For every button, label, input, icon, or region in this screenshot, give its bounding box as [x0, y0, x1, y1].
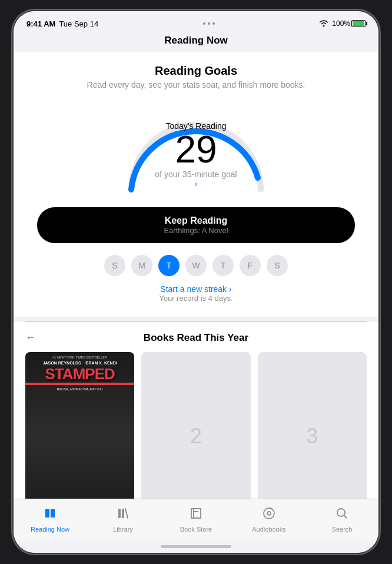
battery-icon [351, 20, 366, 27]
status-bar: 9:41 AM Tue Sep 14 100% [14, 11, 378, 32]
tab-item-library[interactable]: Library [87, 499, 160, 540]
reading-now-icon [43, 506, 57, 524]
tab-bar: Reading NowLibraryBook StoreAudiobooksSe… [14, 499, 378, 540]
nav-bar: Reading Now [14, 32, 378, 52]
book-store-icon [189, 506, 203, 524]
tab-item-reading-now[interactable]: Reading Now [14, 499, 87, 540]
day-circle-W-3: W [185, 255, 207, 276]
tab-item-book-store[interactable]: Book Store [160, 499, 232, 540]
day-circle-S-0: S [104, 255, 125, 276]
status-time: 9:41 AM [26, 19, 55, 28]
audiobooks-icon [262, 506, 276, 524]
gauge-goal-text: of your 35-minute goal › [155, 170, 237, 188]
tab-item-audiobooks[interactable]: Audiobooks [232, 499, 305, 540]
battery-percent: 100% [332, 19, 350, 28]
gauge-center: Today's Reading 29 of your 35-minute goa… [155, 121, 237, 188]
home-bar [161, 545, 231, 548]
day-tracker: SMTWTFS [25, 255, 367, 276]
goals-card: Reading Goals Read every day, see your s… [14, 52, 378, 317]
streak-record: Your record is 4 days. [25, 294, 367, 303]
svg-point-3 [267, 512, 271, 515]
nav-title: Reading Now [164, 35, 228, 46]
books-header: ← Books Read This Year [14, 331, 378, 344]
stamped-authors: JASON REYNOLDS IBRAM X. KENDI [29, 361, 131, 365]
svg-rect-0 [118, 509, 121, 518]
stamped-red-bar [25, 383, 134, 385]
keep-reading-button[interactable]: Keep Reading Earthlings: A Novel [37, 207, 355, 243]
book-slot-2[interactable]: 2 [141, 352, 250, 499]
book-slot-3[interactable]: 3 [258, 352, 367, 499]
goals-subtitle: Read every day, see your stats soar, and… [25, 80, 367, 89]
keep-reading-book: Earthlings: A Novel [49, 226, 343, 235]
day-circle-M-1: M [131, 255, 152, 276]
keep-reading-label: Keep Reading [49, 215, 343, 226]
gauge-container: Today's Reading 29 of your 35-minute goa… [114, 101, 278, 195]
battery: 100% [332, 19, 366, 28]
svg-point-4 [337, 509, 345, 516]
search-icon [335, 506, 349, 524]
book-slot-1[interactable]: #1 NEW YORK TIMES BESTSELLER JASON REYNO… [25, 352, 134, 499]
day-circle-T-4: T [212, 255, 234, 276]
battery-fill [353, 21, 364, 26]
status-dots [203, 22, 215, 25]
dot2 [208, 22, 210, 25]
stamped-top-text: #1 NEW YORK TIMES BESTSELLER [29, 356, 131, 360]
library-icon [116, 506, 130, 524]
streak-info: Start a new streak › Your record is 4 da… [25, 284, 367, 303]
day-circle-S-6: S [267, 255, 288, 276]
day-circle-T-2: T [158, 255, 180, 276]
book-placeholder-2: 2 [141, 352, 250, 499]
books-section-title: Books Read This Year [43, 332, 349, 344]
search-label: Search [332, 526, 353, 533]
tab-item-search[interactable]: Search [305, 499, 378, 540]
reading-now-label: Reading Now [31, 526, 69, 533]
home-indicator [14, 540, 378, 553]
dot3 [212, 22, 215, 25]
svg-rect-1 [122, 509, 124, 518]
book-store-label: Book Store [180, 526, 212, 533]
status-date: Tue Sep 14 [59, 19, 98, 28]
library-label: Library [113, 526, 133, 533]
back-arrow-icon[interactable]: ← [25, 331, 36, 344]
stamped-cover: #1 NEW YORK TIMES BESTSELLER JASON REYNO… [25, 352, 134, 499]
day-circle-F-5: F [240, 255, 261, 276]
book-placeholder-3: 3 [258, 352, 367, 499]
audiobooks-label: Audiobooks [252, 526, 286, 533]
device-frame: 9:41 AM Tue Sep 14 100% [14, 11, 378, 553]
goals-title: Reading Goals [25, 64, 367, 78]
gauge-goal-arrow[interactable]: › [195, 179, 198, 188]
stamped-sub: RACISM, ANTIRACISM, AND YOU [29, 387, 131, 391]
streak-link[interactable]: Start a new streak › [25, 284, 367, 294]
dot1 [203, 22, 205, 25]
status-right: 100% [319, 19, 366, 28]
wifi-icon [319, 19, 328, 28]
books-grid: #1 NEW YORK TIMES BESTSELLER JASON REYNO… [14, 352, 378, 499]
main-content: Reading Goals Read every day, see your s… [14, 52, 378, 499]
books-section: ← Books Read This Year #1 NEW YORK TIMES… [14, 322, 378, 499]
stamped-title: STAMPED [29, 366, 131, 381]
gauge-minutes: 29 [155, 131, 237, 168]
